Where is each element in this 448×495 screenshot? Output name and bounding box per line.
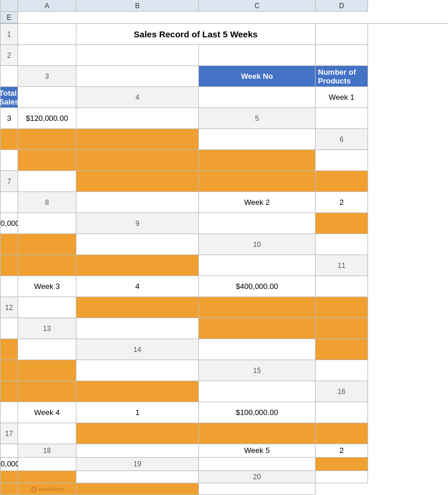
- cell-c10[interactable]: [18, 255, 76, 276]
- cell-e20[interactable]: [199, 483, 316, 495]
- cell-c14[interactable]: [1, 360, 18, 381]
- row-num-1: 1: [1, 24, 18, 45]
- cell-d17[interactable]: [316, 423, 368, 444]
- cell-sales5: $110,000.00: [1, 458, 18, 471]
- cell-e17[interactable]: [1, 444, 18, 458]
- row-num-3: 3: [18, 66, 76, 87]
- cell-a3[interactable]: [76, 66, 199, 87]
- cell-b19[interactable]: [316, 458, 368, 471]
- cell-e8[interactable]: [18, 213, 76, 234]
- cell-e5[interactable]: [199, 129, 316, 150]
- cell-a1[interactable]: [18, 24, 76, 45]
- cell-d6[interactable]: [199, 150, 316, 171]
- cell-b12[interactable]: [76, 297, 199, 318]
- cell-e16[interactable]: [316, 402, 368, 423]
- cell-a7[interactable]: [18, 171, 76, 192]
- svg-text:e: e: [33, 487, 35, 491]
- cell-b20[interactable]: [1, 483, 18, 495]
- cell-d7[interactable]: [316, 171, 368, 192]
- cell-a18[interactable]: [76, 444, 199, 458]
- cell-e14[interactable]: [76, 360, 199, 381]
- cell-a14[interactable]: [199, 339, 316, 360]
- cell-d15[interactable]: [76, 381, 199, 402]
- cell-e13[interactable]: [18, 339, 76, 360]
- cell-e12[interactable]: [1, 318, 18, 339]
- cell-d13[interactable]: [1, 339, 18, 360]
- row-num-8: 8: [18, 192, 76, 213]
- row-num-6: 6: [316, 129, 368, 150]
- cell-a15[interactable]: [316, 360, 368, 381]
- row-num-11: 11: [316, 255, 368, 276]
- cell-num5: 2: [316, 444, 368, 458]
- cell-c15[interactable]: [18, 381, 76, 402]
- cell-c2[interactable]: [199, 45, 316, 66]
- cell-num4: 1: [76, 402, 199, 423]
- cell-b13[interactable]: [199, 318, 316, 339]
- cell-a9[interactable]: [199, 213, 316, 234]
- cell-a8[interactable]: [76, 192, 199, 213]
- cell-c13[interactable]: [316, 318, 368, 339]
- cell-a10[interactable]: [316, 234, 368, 255]
- cell-b5[interactable]: [1, 129, 18, 150]
- cell-a16[interactable]: [1, 402, 18, 423]
- cell-b7[interactable]: [76, 171, 199, 192]
- cell-d20[interactable]: [76, 483, 199, 495]
- cell-a11[interactable]: [1, 276, 18, 297]
- cell-a17[interactable]: [18, 423, 76, 444]
- cell-e7[interactable]: [1, 192, 18, 213]
- cell-a13[interactable]: [76, 318, 199, 339]
- cell-week4: Week 4: [18, 402, 76, 423]
- cell-c6[interactable]: [76, 150, 199, 171]
- cell-c5[interactable]: [18, 129, 76, 150]
- cell-a4[interactable]: [199, 87, 316, 108]
- cell-b10[interactable]: [1, 255, 18, 276]
- header-num-products: Number of Products: [316, 66, 368, 87]
- cell-e4[interactable]: [76, 108, 199, 129]
- cell-b15[interactable]: [1, 381, 18, 402]
- cell-a19[interactable]: [199, 458, 316, 471]
- cell-c19[interactable]: [1, 471, 18, 484]
- cell-b14[interactable]: [316, 339, 368, 360]
- col-header-d: D: [316, 0, 368, 12]
- cell-e10[interactable]: [199, 255, 316, 276]
- cell-sales3: $400,000.00: [199, 276, 316, 297]
- cell-b17[interactable]: [76, 423, 199, 444]
- cell-a12[interactable]: [18, 297, 76, 318]
- cell-b9[interactable]: [316, 213, 368, 234]
- cell-a5[interactable]: [316, 108, 368, 129]
- row-num-19: 19: [76, 458, 199, 471]
- cell-e1[interactable]: [316, 24, 368, 45]
- cell-e2[interactable]: [1, 66, 18, 87]
- cell-d19[interactable]: [18, 471, 76, 484]
- cell-e3[interactable]: [18, 87, 76, 108]
- col-header-c: C: [199, 0, 316, 12]
- cell-c12[interactable]: [199, 297, 316, 318]
- cell-d9[interactable]: [18, 234, 76, 255]
- cell-c7[interactable]: [199, 171, 316, 192]
- cell-b6[interactable]: [18, 150, 76, 171]
- cell-d10[interactable]: [76, 255, 199, 276]
- cell-c20[interactable]: e exceldemy: [18, 483, 76, 495]
- row-num-16: 16: [316, 381, 368, 402]
- row-num-7: 7: [1, 171, 18, 192]
- cell-d5[interactable]: [76, 129, 199, 150]
- cell-e6[interactable]: [316, 150, 368, 171]
- row-num-14: 14: [76, 339, 199, 360]
- cell-a2[interactable]: [18, 45, 76, 66]
- cell-d12[interactable]: [316, 297, 368, 318]
- watermark: e exceldemy: [30, 486, 64, 493]
- cell-a20[interactable]: [316, 471, 368, 484]
- cell-e15[interactable]: [199, 381, 316, 402]
- col-header-e: E: [1, 12, 18, 23]
- cell-b2[interactable]: [76, 45, 199, 66]
- cell-e19[interactable]: [76, 471, 199, 484]
- cell-e11[interactable]: [316, 276, 368, 297]
- cell-a6[interactable]: [1, 150, 18, 171]
- cell-e18[interactable]: [18, 458, 76, 471]
- cell-c9[interactable]: [1, 234, 18, 255]
- cell-d2[interactable]: [316, 45, 368, 66]
- cell-d14[interactable]: [18, 360, 76, 381]
- column-headers: A B C D E: [0, 0, 448, 23]
- cell-e9[interactable]: [76, 234, 199, 255]
- cell-c17[interactable]: [199, 423, 316, 444]
